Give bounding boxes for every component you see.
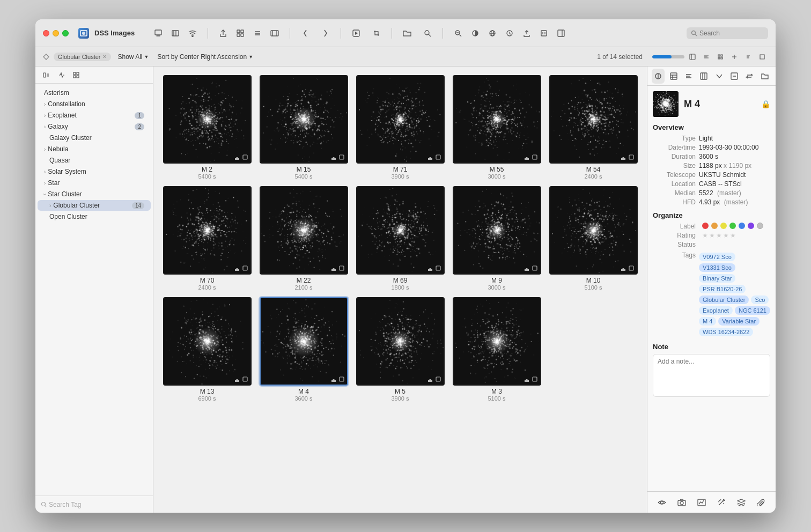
tag-sco[interactable]: Sco <box>751 295 769 304</box>
panel-toggle-button[interactable] <box>554 26 569 41</box>
detail-swap-btn[interactable] <box>743 69 756 84</box>
footer-layers-btn[interactable] <box>734 495 749 510</box>
grid-item-m15[interactable]: M 15 5400 s <box>259 75 349 180</box>
globe-button[interactable] <box>485 26 500 41</box>
share-button[interactable] <box>216 26 231 41</box>
tb2-btn1[interactable] <box>687 51 698 63</box>
sidebar-item-galaxy-cluster[interactable]: Galaxy Cluster <box>38 132 151 143</box>
grid-thumb-m54[interactable] <box>549 75 638 164</box>
star5[interactable]: ★ <box>730 232 736 239</box>
grid-thumb-m22[interactable] <box>260 186 348 275</box>
sidebar-item-globular-cluster[interactable]: › Globular Cluster 14 <box>38 200 151 211</box>
grid-thumb-m4[interactable] <box>260 297 348 386</box>
sidebar-item-asterism[interactable]: Asterism <box>38 87 151 98</box>
grid-item-m54[interactable]: M 54 2400 s <box>548 75 638 180</box>
label-dot-blue[interactable] <box>739 223 745 229</box>
library-button[interactable] <box>168 26 183 41</box>
detail-info-btn[interactable] <box>652 69 665 84</box>
show-all-dropdown[interactable]: Show All ▼ <box>115 52 151 62</box>
wifi-button[interactable] <box>185 26 200 41</box>
forward-button[interactable] <box>318 26 333 41</box>
grid-thumb-m9[interactable] <box>453 186 541 275</box>
note-input[interactable] <box>653 354 770 397</box>
grid-thumb-m55[interactable] <box>453 75 541 164</box>
list-button[interactable] <box>250 26 265 41</box>
minimize-button[interactable] <box>53 30 59 36</box>
footer-attach-btn[interactable] <box>754 495 769 510</box>
sidebar-item-quasar[interactable]: Quasar <box>38 155 151 166</box>
tag-exoplanet[interactable]: Exoplanet <box>699 306 733 315</box>
tag-variable[interactable]: Variable Star <box>718 317 760 326</box>
tag-m4[interactable]: M 4 <box>699 317 716 326</box>
star4[interactable]: ★ <box>723 232 729 239</box>
grid-item-m22[interactable]: M 22 2100 s <box>259 186 349 291</box>
sidebar-search-label[interactable]: Search Tag <box>49 501 82 508</box>
grid-thumb-m71[interactable] <box>356 75 445 164</box>
star2[interactable]: ★ <box>709 232 715 239</box>
sidebar-item-constellation[interactable]: › Constellation <box>38 99 151 109</box>
detail-folder2-btn[interactable] <box>758 69 771 84</box>
close-button[interactable] <box>43 30 49 36</box>
footer-wand-btn[interactable] <box>714 495 729 510</box>
sidebar-tb3[interactable] <box>71 70 82 80</box>
detail-down-btn[interactable] <box>713 69 726 84</box>
download-button[interactable] <box>536 26 551 41</box>
label-dot-yellow[interactable] <box>720 223 727 229</box>
grid-thumb-m69[interactable] <box>356 186 445 275</box>
label-dot-gray[interactable] <box>757 223 763 229</box>
grid-item-m70[interactable]: M 70 2400 s <box>162 186 252 291</box>
grid-item-m4[interactable]: M 4 3600 s <box>259 297 349 402</box>
detail-list-btn[interactable] <box>682 69 695 84</box>
grid-item-m3[interactable]: M 3 5100 s <box>452 297 542 402</box>
sidebar-tb1[interactable] <box>41 70 51 80</box>
grid-thumb-m70[interactable] <box>163 186 252 275</box>
fullscreen-button[interactable] <box>62 30 69 36</box>
footer-eye-btn[interactable] <box>654 495 669 510</box>
tb2-btn3[interactable] <box>714 51 726 63</box>
footer-camera-btn[interactable] <box>674 495 689 510</box>
folder-button[interactable] <box>400 26 415 41</box>
grid-item-m2[interactable]: M 2 5400 s <box>162 75 252 180</box>
search-input[interactable] <box>699 29 764 37</box>
tb2-btn4[interactable] <box>728 51 740 63</box>
grid-item-m13[interactable]: M 13 6900 s <box>162 297 252 402</box>
detail-minus-btn[interactable] <box>728 69 741 84</box>
sidebar-tb2[interactable] <box>56 70 67 80</box>
grid-item-m5[interactable]: M 5 3900 s <box>355 297 445 402</box>
detail-resize-btn[interactable] <box>697 69 710 84</box>
grid-thumb-m5[interactable] <box>356 297 445 386</box>
label-dot-green[interactable] <box>729 223 736 229</box>
contrast-button[interactable] <box>468 26 483 41</box>
tag-binary[interactable]: Binary Star <box>699 274 735 283</box>
star3[interactable]: ★ <box>716 232 722 239</box>
tb2-btn2[interactable] <box>701 51 712 63</box>
grid-thumb-m13[interactable] <box>163 297 252 386</box>
grid-thumb-m15[interactable] <box>260 75 348 164</box>
back-button[interactable] <box>298 26 313 41</box>
tag-globular[interactable]: Globular Cluster <box>699 295 749 304</box>
grid-thumb-m10[interactable] <box>549 186 638 275</box>
grid-button[interactable] <box>233 26 248 41</box>
search-box[interactable] <box>687 27 768 39</box>
history-button[interactable] <box>502 26 517 41</box>
grid-item-m71[interactable]: M 71 3900 s <box>355 75 445 180</box>
label-dot-purple[interactable] <box>748 223 754 229</box>
image-grid[interactable]: M 2 5400 s M 15 5400 s <box>153 66 647 513</box>
tb2-btn6[interactable] <box>756 51 768 63</box>
import-button[interactable] <box>151 26 166 41</box>
tb2-btn5[interactable] <box>742 51 754 63</box>
grid-item-m10[interactable]: M 10 5100 s <box>548 186 638 291</box>
sort-dropdown[interactable]: Sort by Center Right Ascension ▼ <box>155 52 255 62</box>
tag-wds[interactable]: WDS 16234-2622 <box>699 328 753 336</box>
play-button[interactable] <box>349 26 364 41</box>
star1[interactable]: ★ <box>702 232 708 239</box>
crop-button[interactable] <box>369 26 384 41</box>
tag-v1331[interactable]: V1331 Sco <box>699 263 735 272</box>
grid-item-m9[interactable]: M 9 3000 s <box>452 186 542 291</box>
zoom-out-button[interactable] <box>451 26 466 41</box>
grid-thumb-m2[interactable] <box>163 75 252 164</box>
tag-psr[interactable]: PSR B1620-26 <box>699 285 746 293</box>
tag-ngc6121[interactable]: NGC 6121 <box>735 306 770 315</box>
grid-item-m69[interactable]: M 69 1800 s <box>355 186 445 291</box>
sidebar-item-nebula[interactable]: › Nebula <box>38 144 151 154</box>
